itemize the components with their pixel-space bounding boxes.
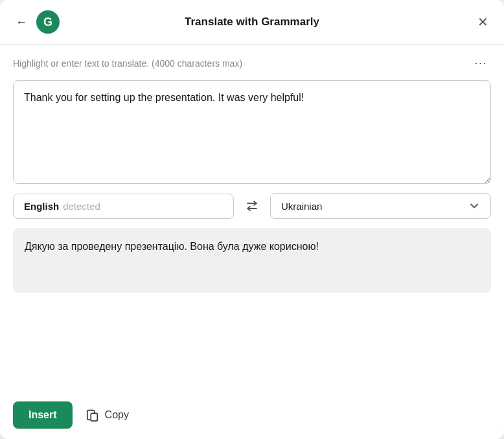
language-row: English detected Ukrainian (13, 193, 491, 219)
close-button[interactable]: ✕ (475, 12, 491, 32)
page-title: Translate with Grammarly (185, 16, 319, 28)
insert-button[interactable]: Insert (13, 401, 73, 429)
source-language-box: English detected (13, 194, 234, 219)
target-language-label: Ukrainian (281, 201, 322, 212)
target-language-selector[interactable]: Ukrainian (270, 193, 491, 219)
header-left: ← G (13, 10, 60, 34)
copy-icon (86, 408, 100, 422)
translate-panel: ← G Translate with Grammarly ✕ Highlight… (0, 0, 504, 439)
body: Highlight or enter text to translate. (4… (0, 45, 504, 391)
footer: Insert Copy (0, 391, 504, 439)
translation-text: Дякую за проведену презентацію. Вона бул… (25, 241, 319, 252)
detected-label: detected (63, 201, 100, 212)
copy-button[interactable]: Copy (83, 403, 132, 427)
hint-row: Highlight or enter text to translate. (4… (13, 55, 491, 71)
chevron-down-icon (468, 200, 480, 212)
swap-languages-button[interactable] (240, 194, 264, 218)
back-button[interactable]: ← (13, 14, 30, 30)
copy-label: Copy (105, 409, 129, 421)
source-language-label: English (24, 201, 59, 212)
hint-text: Highlight or enter text to translate. (4… (13, 58, 242, 69)
translation-output: Дякую за проведену презентацію. Вона бул… (13, 228, 491, 293)
grammarly-logo: G (36, 10, 60, 34)
swap-icon (245, 199, 259, 213)
more-options-button[interactable]: ··· (470, 55, 491, 71)
source-text-input[interactable] (13, 80, 491, 184)
header: ← G Translate with Grammarly ✕ (0, 0, 504, 45)
svg-rect-0 (91, 413, 97, 421)
